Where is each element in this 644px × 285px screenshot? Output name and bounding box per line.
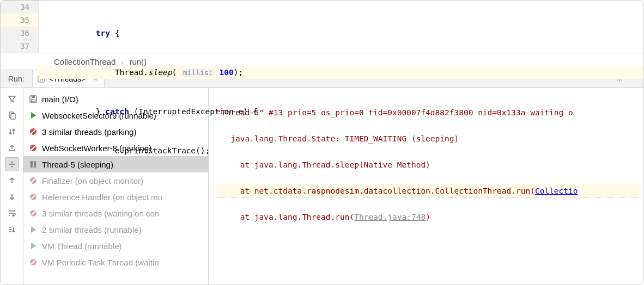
code-line: } catch (InterruptedException e) { <box>39 105 643 118</box>
code-line: Thread.sleep( millis: 100); <box>39 66 643 79</box>
svg-rect-16 <box>11 114 15 119</box>
svg-rect-20 <box>32 100 35 102</box>
blocked-icon <box>29 127 38 136</box>
copy-icon[interactable] <box>5 108 19 122</box>
source-link[interactable]: Thread.java:748 <box>354 213 426 221</box>
wrap-icon[interactable] <box>5 206 19 220</box>
sort-icon[interactable] <box>5 125 19 139</box>
svg-rect-25 <box>31 161 33 168</box>
blocked-icon <box>29 144 38 152</box>
thread-item[interactable]: 3 similar threads (waiting on con <box>23 205 208 221</box>
filter-icon[interactable] <box>5 92 19 106</box>
svg-rect-26 <box>34 161 36 168</box>
toolwindow-left-toolbar <box>1 88 23 284</box>
thread-label: VM Periodic Task Thread (waitin <box>42 258 159 267</box>
line-number: 36 <box>1 27 29 40</box>
line-number: 37 <box>1 40 29 53</box>
play-icon <box>29 225 38 234</box>
stack-frame: at net.ctdata.raspnodesim.datacollection… <box>216 184 641 197</box>
stack-frame: at java.lang.Thread.run(Thread.java:748) <box>216 210 641 224</box>
export-icon[interactable] <box>5 141 19 155</box>
blocked-icon <box>29 176 38 185</box>
editor: 34 35 36 37 try { Thread.sleep( millis: … <box>1 1 643 53</box>
code-area[interactable]: try { Thread.sleep( millis: 100); } catc… <box>39 1 643 53</box>
thread-label: 3 similar threads (waiting on con <box>42 209 159 218</box>
thread-item[interactable]: 2 similar threads (runnable) <box>23 221 208 238</box>
line-number: 35 <box>1 14 38 27</box>
thread-label: VM Thread (runnable) <box>42 241 121 251</box>
gutter: 34 35 36 37 <box>1 1 39 53</box>
blocked-icon <box>29 209 38 218</box>
down-arrow-icon[interactable] <box>5 190 19 204</box>
run-label: Run: <box>1 75 32 83</box>
source-link[interactable]: Collectio <box>535 187 578 195</box>
code-line: try { <box>39 27 643 40</box>
blocked-icon <box>29 258 38 267</box>
save-icon <box>29 95 38 103</box>
play-icon <box>29 241 38 250</box>
thread-item[interactable]: VM Periodic Task Thread (waitin <box>23 254 208 270</box>
play-icon <box>29 111 38 120</box>
split-icon[interactable] <box>5 157 19 171</box>
stack-icon[interactable] <box>5 222 19 237</box>
blocked-icon <box>29 193 38 201</box>
thread-item[interactable]: Reference Handler (on object mo <box>23 189 208 205</box>
thread-label: 2 similar threads (runnable) <box>42 225 142 234</box>
pause-icon <box>29 160 38 169</box>
svg-rect-19 <box>32 96 35 98</box>
thread-item[interactable]: VM Thread (runnable) <box>23 238 208 254</box>
line-number: 34 <box>1 1 29 14</box>
thread-label: Reference Handler (on object mo <box>42 193 162 202</box>
up-arrow-icon[interactable] <box>5 174 19 188</box>
code-line: e.printStackTrace(); <box>39 144 643 157</box>
